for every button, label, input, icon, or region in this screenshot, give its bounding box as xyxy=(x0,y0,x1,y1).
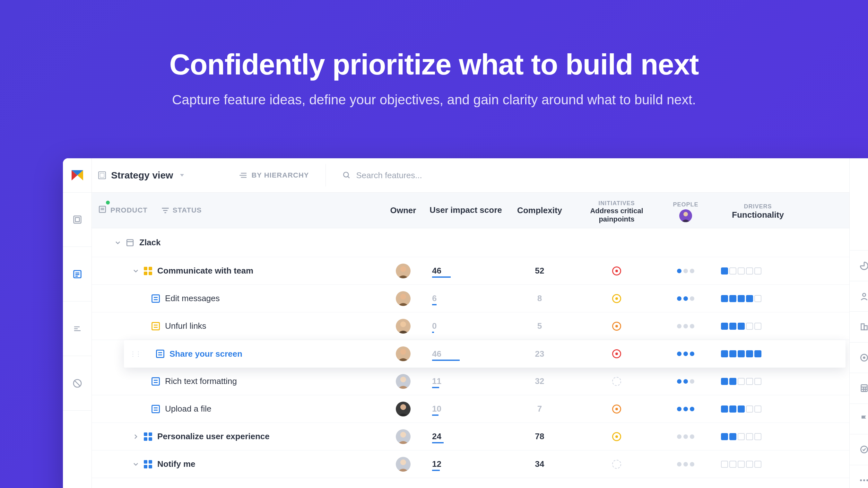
feature-icon xyxy=(152,295,160,303)
svg-point-21 xyxy=(683,212,688,216)
product-name: Zlack xyxy=(139,238,161,247)
svg-rect-22 xyxy=(127,240,133,246)
caret-down-icon xyxy=(180,174,184,177)
owner-avatar[interactable] xyxy=(396,346,410,361)
columns-header: PRODUCT STATUS Owner User impact score C… xyxy=(92,192,849,228)
feature-tree: Zlack Communicate with team 46 52 xyxy=(92,228,849,488)
svg-point-28 xyxy=(400,376,406,383)
initiative-indicator[interactable] xyxy=(612,294,621,303)
initiative-indicator[interactable] xyxy=(612,404,621,414)
panel-company-icon[interactable] xyxy=(850,311,868,342)
impact-score[interactable]: 46 xyxy=(432,266,461,276)
filter-product[interactable]: PRODUCT xyxy=(98,205,148,215)
group-row-notify-me[interactable]: Notify me 12 34 xyxy=(92,451,849,478)
initiative-indicator[interactable] xyxy=(612,349,621,358)
view-selector[interactable]: Strategy view xyxy=(98,170,184,181)
impact-score[interactable]: 12 xyxy=(432,459,461,469)
svg-point-24 xyxy=(400,266,406,272)
group-row-personalize[interactable]: Personalize user experience 24 78 xyxy=(92,423,849,451)
chevron-right-icon[interactable] xyxy=(133,434,139,439)
svg-rect-37 xyxy=(861,385,867,392)
people-avatar[interactable] xyxy=(679,209,692,222)
owner-avatar[interactable] xyxy=(396,374,410,389)
panel-check-icon[interactable] xyxy=(850,434,868,464)
impact-score[interactable]: 0 xyxy=(432,321,461,331)
panel-activity-icon[interactable] xyxy=(850,250,868,281)
group-row-communicate[interactable]: Communicate with team 46 52 xyxy=(92,257,849,285)
group-icon xyxy=(144,432,152,441)
impact-score[interactable]: 24 xyxy=(432,431,461,441)
panel-calc-icon[interactable] xyxy=(850,373,868,403)
impact-score[interactable]: 10 xyxy=(432,404,461,414)
search-field[interactable]: Search features... xyxy=(342,171,422,180)
col-complexity[interactable]: Complexity xyxy=(517,206,562,215)
nav-hidden-icon[interactable] xyxy=(63,356,92,410)
feature-row-edit-messages[interactable]: Edit messages 6 8 xyxy=(92,285,849,312)
svg-point-43 xyxy=(860,479,862,481)
initiative-indicator[interactable] xyxy=(612,322,621,331)
owner-avatar[interactable] xyxy=(396,319,410,334)
feature-row-rich-text[interactable]: Rich text formatting 11 32 xyxy=(92,368,849,395)
feature-row-upload-file[interactable]: Upload a file 10 7 xyxy=(92,395,849,423)
people-dots[interactable] xyxy=(657,269,715,273)
top-bar: Strategy view BY HIERARCHY Search featur… xyxy=(92,158,849,192)
group-people: PEOPLE xyxy=(673,199,698,208)
search-icon xyxy=(342,171,351,180)
svg-point-29 xyxy=(400,404,406,410)
svg-line-17 xyxy=(348,176,349,178)
feature-row-unfurl-links[interactable]: Unfurl links 0 5 xyxy=(92,312,849,340)
initiative-indicator[interactable] xyxy=(612,267,621,275)
nav-board-icon[interactable] xyxy=(63,192,92,247)
sort-by-hierarchy[interactable]: BY HIERARCHY xyxy=(239,171,309,180)
chevron-down-icon[interactable] xyxy=(133,269,139,273)
panel-more-icon[interactable] xyxy=(850,465,868,488)
owner-avatar[interactable] xyxy=(396,291,410,306)
hero-title: Confidently prioritize what to build nex… xyxy=(0,48,868,81)
group-icon xyxy=(144,460,152,468)
owner-avatar[interactable] xyxy=(396,457,410,471)
panel-people-icon[interactable] xyxy=(850,281,868,311)
left-sidebar xyxy=(63,158,92,488)
impact-score[interactable]: 11 xyxy=(432,376,461,386)
search-placeholder: Search features... xyxy=(356,171,422,180)
panel-flag-icon[interactable] xyxy=(850,403,868,434)
app-logo[interactable] xyxy=(63,158,92,192)
divider xyxy=(326,164,326,186)
owner-avatar[interactable] xyxy=(396,264,410,278)
col-owner[interactable]: Owner xyxy=(390,206,416,215)
impact-score[interactable]: 46 xyxy=(432,349,461,359)
drag-handle-icon[interactable]: ⋮⋮ xyxy=(130,350,141,358)
initiative-indicator[interactable] xyxy=(612,377,621,386)
feature-icon xyxy=(152,405,160,413)
impact-score[interactable]: 6 xyxy=(432,294,461,303)
complexity-value[interactable]: 52 xyxy=(503,266,577,276)
svg-point-31 xyxy=(400,459,406,465)
svg-rect-3 xyxy=(73,216,81,223)
main-content: Strategy view BY HIERARCHY Search featur… xyxy=(92,158,849,488)
view-title: Strategy view xyxy=(111,170,173,181)
app-window: Strategy view BY HIERARCHY Search featur… xyxy=(63,158,868,488)
chevron-down-icon[interactable] xyxy=(133,462,139,466)
nav-list-icon[interactable] xyxy=(63,302,92,356)
group-icon xyxy=(144,267,152,275)
initiative-indicator[interactable] xyxy=(612,460,621,469)
chevron-down-icon[interactable] xyxy=(115,241,121,245)
col-impact[interactable]: User impact score xyxy=(430,205,502,215)
filter-status[interactable]: STATUS xyxy=(162,206,202,214)
col-drivers[interactable]: Functionality xyxy=(732,210,784,220)
nav-features-icon[interactable] xyxy=(63,247,92,302)
panel-target-icon[interactable] xyxy=(850,342,868,373)
hero-subtitle: Capture feature ideas, define your objec… xyxy=(0,92,868,108)
drivers-squares[interactable] xyxy=(715,268,801,274)
svg-point-44 xyxy=(863,479,865,481)
svg-point-25 xyxy=(400,294,406,300)
owner-avatar[interactable] xyxy=(396,429,410,444)
svg-rect-34 xyxy=(864,326,867,330)
owner-avatar[interactable] xyxy=(396,402,410,417)
col-initiative[interactable]: Address critical painpoints xyxy=(577,207,657,223)
svg-point-16 xyxy=(344,172,349,177)
feature-row-share-screen[interactable]: ⋮⋮ Share your screen 46 23 xyxy=(124,340,845,368)
initiative-indicator[interactable] xyxy=(612,432,621,441)
product-icon xyxy=(126,239,134,247)
product-row[interactable]: Zlack xyxy=(92,228,849,257)
